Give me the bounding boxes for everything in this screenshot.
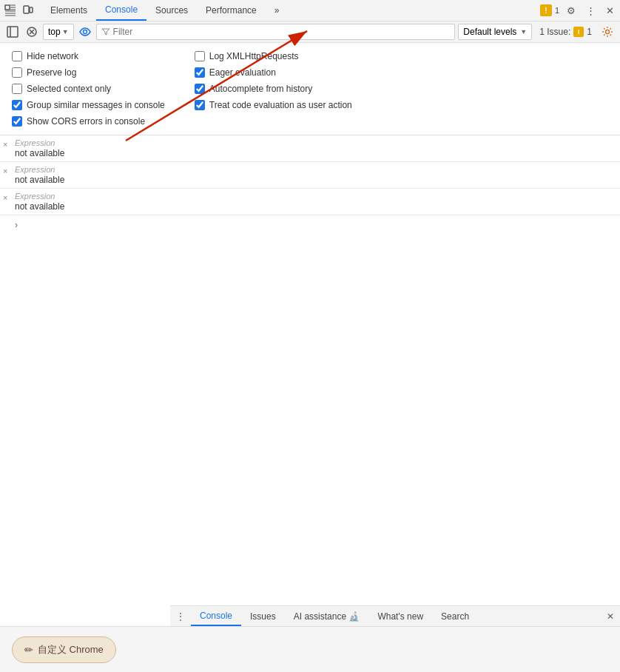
expression-item: ×Expressionnot available (0, 162, 620, 189)
levels-chevron-icon: ▼ (520, 28, 527, 36)
svg-rect-3 (7, 27, 18, 37)
pencil-icon: ✏ (24, 644, 33, 656)
nav-tabs: Elements Console Sources Performance » (41, 0, 288, 21)
add-expression-button[interactable]: › (0, 215, 620, 235)
setting-item[interactable]: Eager evaluation (195, 65, 352, 80)
settings-panel: Hide networkPreserve logSelected context… (0, 43, 620, 135)
setting-item[interactable]: Autocomplete from history (195, 81, 352, 96)
bottom-tab-close[interactable]: ✕ (601, 606, 620, 626)
customize-chrome-button[interactable]: ✏ 自定义 Chrome (12, 636, 116, 663)
expression-item: ×Expressionnot available (0, 189, 620, 215)
svg-rect-2 (30, 7, 33, 13)
sidebar-toggle-icon[interactable] (4, 24, 21, 40)
inspect-icon[interactable] (3, 3, 18, 18)
devtools-nav: Elements Console Sources Performance » !… (0, 0, 620, 21)
dropdown-chevron-icon: ▼ (62, 28, 69, 36)
settings-col-1: Hide networkPreserve logSelected context… (12, 49, 165, 129)
toolbar-issues-badge[interactable]: 1 Issue: ! 1 (535, 27, 596, 37)
filter-container[interactable] (96, 24, 456, 40)
warn-badge-icon: ! (540, 4, 552, 16)
expression-value: not available (15, 147, 611, 158)
expression-item: ×Expressionnot available (0, 135, 620, 162)
bottom-tab-dots[interactable]: ⋮ (170, 606, 191, 626)
close-icon[interactable]: ✕ (602, 3, 617, 18)
expression-label: Expression (15, 165, 611, 174)
settings-col-2: Log XMLHttpRequestsEager evaluationAutoc… (195, 49, 352, 129)
tab-elements[interactable]: Elements (41, 0, 96, 21)
settings-icon[interactable]: ⚙ (564, 3, 579, 18)
svg-point-9 (606, 30, 610, 34)
expression-value: not available (15, 201, 611, 212)
setting-item[interactable]: Preserve log (12, 65, 165, 80)
toolbar-settings-icon[interactable] (599, 24, 616, 40)
bottom-tab-console[interactable]: Console (191, 606, 241, 626)
tab-sources[interactable]: Sources (146, 0, 197, 21)
bottom-tabbar: ⋮ Console Issues AI assistance 🔬 What's … (170, 605, 620, 626)
setting-item[interactable]: Group similar messages in console (12, 98, 165, 112)
expression-value: not available (15, 174, 611, 185)
setting-item[interactable]: Log XMLHttpRequests (195, 49, 352, 64)
expression-label: Expression (15, 138, 611, 147)
svg-point-8 (83, 30, 87, 34)
svg-rect-1 (24, 6, 29, 13)
expression-delete-icon[interactable]: × (3, 167, 7, 175)
settings-row: Hide networkPreserve logSelected context… (12, 49, 608, 129)
device-icon[interactable] (21, 3, 36, 18)
console-area (0, 235, 620, 531)
nav-icons (3, 3, 41, 18)
eye-icon[interactable] (77, 24, 93, 40)
clear-icon[interactable] (24, 24, 40, 40)
filter-input[interactable] (113, 27, 451, 37)
live-expressions: ×Expressionnot available×Expressionnot a… (0, 135, 620, 235)
setting-item[interactable]: Selected context only (12, 81, 165, 96)
setting-item[interactable]: Treat code evaluation as user action (195, 98, 352, 112)
bottom-tab-issues[interactable]: Issues (241, 606, 285, 626)
expression-label: Expression (15, 192, 611, 201)
levels-dropdown[interactable]: Default levels ▼ (458, 24, 532, 40)
tab-performance[interactable]: Performance (197, 0, 266, 21)
tab-console[interactable]: Console (96, 0, 146, 21)
tab-more[interactable]: » (266, 0, 289, 21)
expression-delete-icon[interactable]: × (3, 193, 7, 202)
browser-chrome: ✏ 自定义 Chrome (0, 626, 620, 672)
svg-rect-0 (5, 5, 10, 10)
filter-icon (101, 27, 110, 36)
setting-item[interactable]: Show CORS errors in console (12, 114, 165, 129)
context-selector[interactable]: top ▼ (43, 24, 74, 40)
bottom-tab-ai[interactable]: AI assistance 🔬 (285, 606, 369, 626)
expression-delete-icon[interactable]: × (3, 140, 7, 149)
more-icon[interactable]: ⋮ (583, 3, 598, 18)
setting-item[interactable]: Hide network (12, 49, 165, 64)
bottom-tab-search[interactable]: Search (432, 606, 478, 626)
nav-right: ! 1 ⚙ ⋮ ✕ (540, 3, 617, 18)
issues-badge[interactable]: ! 1 (540, 4, 559, 16)
devtools-toolbar: top ▼ Default levels ▼ 1 Issue: ! 1 (0, 21, 620, 43)
bottom-tab-whatsnew[interactable]: What's new (368, 606, 432, 626)
toolbar-warn-icon: ! (573, 27, 584, 37)
